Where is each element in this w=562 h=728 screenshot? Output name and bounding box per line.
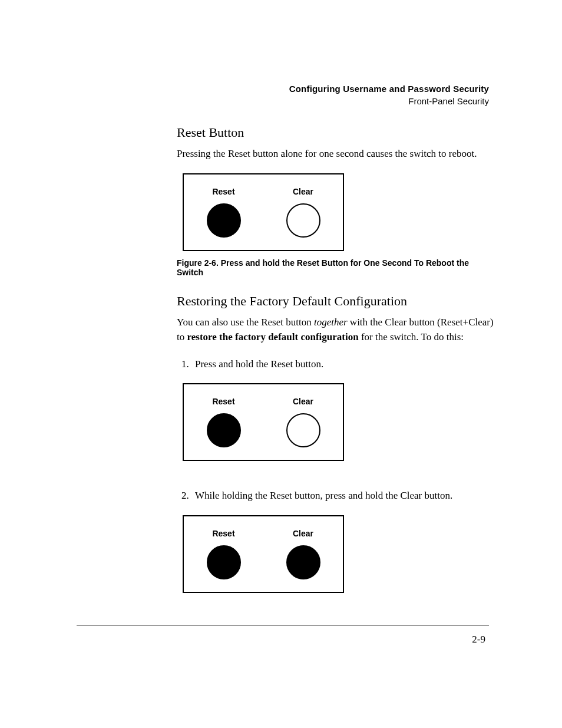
page-content: Configuring Username and Password Securi…	[77, 83, 489, 597]
reset-button-heading: Reset Button	[177, 125, 495, 140]
reset-button-paragraph: Pressing the Reset button alone for one …	[177, 146, 495, 162]
reset-button-group: Reset	[207, 187, 241, 238]
header-chapter: Configuring Username and Password Securi…	[77, 83, 489, 95]
reset-label: Reset	[212, 187, 234, 196]
restore-paragraph: You can also use the Reset button togeth…	[177, 315, 495, 345]
clear-button-icon	[286, 545, 320, 579]
footer-rule	[77, 625, 489, 625]
clear-button-group: Clear	[286, 397, 320, 447]
restore-text-post: for the switch. To do this:	[359, 331, 464, 342]
restore-text-italic: together	[314, 317, 348, 328]
reset-button-icon	[207, 203, 241, 238]
restore-text-bold: restore the factory default configuratio…	[187, 331, 358, 342]
clear-button-icon	[286, 413, 320, 447]
step-2-panel: Reset Clear	[183, 515, 344, 593]
figure-2-6-panel: Reset Clear	[183, 173, 344, 251]
clear-button-group: Clear	[286, 529, 320, 579]
header-section: Front-Panel Security	[77, 95, 489, 107]
figure-2-6-caption: Figure 2-6. Press and hold the Reset But…	[177, 258, 495, 277]
reset-label: Reset	[212, 529, 234, 538]
reset-button-group: Reset	[207, 397, 241, 447]
step-1-panel: Reset Clear	[183, 383, 344, 461]
clear-button-icon	[286, 203, 320, 238]
reset-button-group: Reset	[207, 529, 241, 579]
restore-heading: Restoring the Factory Default Configurat…	[177, 294, 495, 309]
clear-label: Clear	[293, 529, 313, 538]
main-column: Reset Button Pressing the Reset button a…	[177, 125, 495, 593]
step-list-1: Press and hold the Reset button.	[177, 357, 495, 372]
clear-button-group: Clear	[286, 187, 320, 238]
clear-label: Clear	[293, 187, 313, 196]
running-header: Configuring Username and Password Securi…	[77, 83, 489, 107]
reset-label: Reset	[212, 397, 234, 406]
step-1: Press and hold the Reset button.	[191, 357, 495, 372]
page-number: 2-9	[472, 634, 485, 645]
step-list-2: While holding the Reset button, press an…	[177, 488, 495, 503]
reset-button-icon	[207, 545, 241, 579]
clear-label: Clear	[293, 397, 313, 406]
restore-text-pre: You can also use the Reset button	[177, 317, 314, 328]
reset-button-icon	[207, 413, 241, 447]
step-2: While holding the Reset button, press an…	[191, 488, 495, 503]
